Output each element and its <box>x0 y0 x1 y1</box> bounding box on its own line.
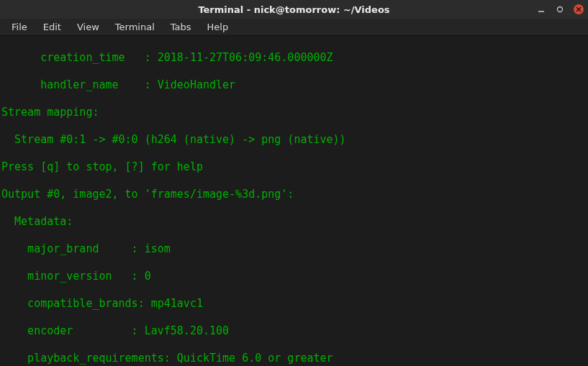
output-line: creation_time : 2018-11-27T06:09:46.0000… <box>1 51 587 65</box>
window-controls <box>536 0 584 19</box>
output-line: Metadata: <box>1 215 587 229</box>
menu-view[interactable]: View <box>70 20 107 34</box>
window-title: Terminal - nick@tomorrow: ~/Videos <box>198 4 389 15</box>
svg-point-1 <box>558 7 563 12</box>
maximize-button[interactable] <box>555 4 565 14</box>
output-line: playback_requirements: QuickTime 6.0 or … <box>1 352 587 365</box>
output-line: Stream #0:1 -> #0:0 (h264 (native) -> pn… <box>1 133 587 147</box>
menubar: File Edit View Terminal Tabs Help <box>0 19 588 36</box>
output-line: major_brand : isom <box>1 242 587 256</box>
output-line: handler_name : VideoHandler <box>1 78 587 92</box>
window-titlebar: Terminal - nick@tomorrow: ~/Videos <box>0 0 588 19</box>
menu-tabs[interactable]: Tabs <box>163 20 199 34</box>
menu-file[interactable]: File <box>4 20 35 34</box>
terminal-output[interactable]: creation_time : 2018-11-27T06:09:46.0000… <box>0 36 588 366</box>
output-line: Stream mapping: <box>1 106 587 119</box>
menu-help[interactable]: Help <box>200 20 236 34</box>
output-line: encoder : Lavf58.20.100 <box>1 324 587 338</box>
output-line: Output #0, image2, to 'frames/image-%3d.… <box>1 188 587 201</box>
output-line: Press [q] to stop, [?] for help <box>1 160 587 174</box>
output-line: minor_version : 0 <box>1 270 587 283</box>
menu-edit[interactable]: Edit <box>36 20 68 34</box>
output-line: compatible_brands: mp41avc1 <box>1 297 587 311</box>
close-button[interactable] <box>574 4 584 14</box>
minimize-button[interactable] <box>536 4 546 14</box>
menu-terminal[interactable]: Terminal <box>108 20 162 34</box>
